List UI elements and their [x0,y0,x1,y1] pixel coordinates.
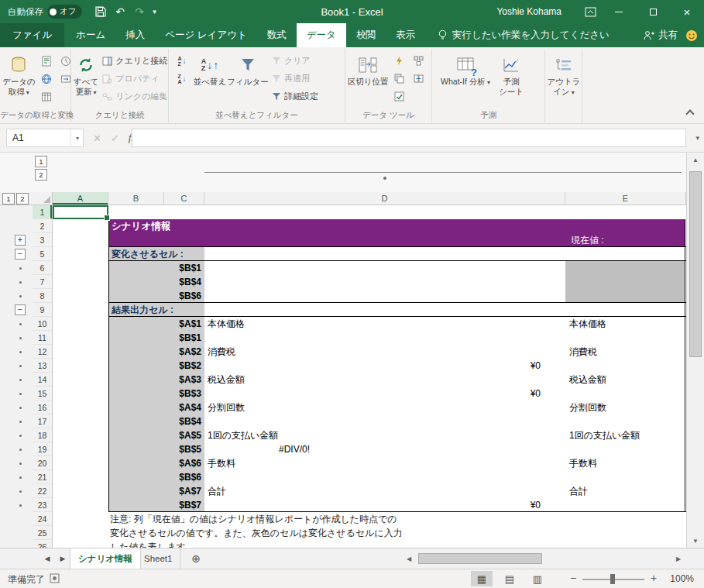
save-button[interactable] [91,0,111,23]
cell-label[interactable]: 消費税 [208,345,235,359]
column-header-B[interactable]: B [108,192,164,205]
data-validation-button[interactable] [390,88,407,105]
cell-ref-B1[interactable]: $B$1 [164,331,201,345]
next-sheet-button[interactable]: ▶ [56,548,70,569]
cell-ref-B7[interactable]: $B$7 [164,498,201,512]
row-outline-level-2-button[interactable]: 2 [16,193,29,205]
column-header-A[interactable]: A [53,192,108,205]
new-sheet-button[interactable]: ⊕ [189,552,203,566]
ribbon-tab-表示[interactable]: 表示 [386,23,425,47]
queries-connections-button[interactable]: クエリと接続 [100,53,170,69]
column-outline-level-2-button[interactable]: 2 [35,169,47,181]
ribbon-tab-ページ レイアウト[interactable]: ページ レイアウト [155,23,257,47]
cell-current-value[interactable]: 分割回数 [569,401,606,414]
row-header-24[interactable]: 24 [33,512,52,526]
cell-ref-B2[interactable]: $B$2 [164,359,201,373]
zoom-level[interactable]: 100% [660,573,694,584]
name-box-caret-icon[interactable]: ▾ [70,129,83,146]
cell-section-header[interactable]: 変化させるセル : [112,247,184,261]
ribbon-tab-データ[interactable]: データ [297,23,346,47]
horizontal-scrollbar[interactable]: ◀ ▶ [403,552,685,565]
row-header-9[interactable]: 9 [33,303,52,317]
outline-collapse-button-row-9[interactable]: − [15,304,26,315]
flash-fill-button[interactable] [390,53,407,69]
ribbon-display-options-button[interactable] [579,0,602,23]
horizontal-scrollbar-thumb[interactable] [418,553,542,564]
cell-ref-A5[interactable]: $A$5 [164,428,201,442]
cell-label[interactable]: 本体価格 [208,317,245,331]
zoom-slider-thumb[interactable] [610,574,615,584]
cell-note[interactable]: 注意: 列「現在値」の値はシナリオ情報レポートが作成した時点での [110,512,397,526]
row-header-11[interactable]: 11 [33,331,52,345]
reapply-button[interactable]: 再適用 [270,70,321,87]
cell-label[interactable]: 分割回数 [208,401,245,414]
row-header-6[interactable]: 6 [33,261,52,275]
cell-section-header[interactable]: 結果出力セル : [112,303,173,317]
account-name[interactable]: Yoshie Kohama [496,6,561,17]
cell-note[interactable]: した値を表します。 [110,540,195,548]
cell-current-value[interactable]: 1回の支払い金額 [569,428,640,442]
minimize-button[interactable] [602,0,636,23]
redo-button[interactable]: ↷ [130,0,149,23]
cell-ref-A4[interactable]: $A$4 [164,401,201,414]
undo-button[interactable]: ↶ [111,0,130,23]
filter-button[interactable]: フィルター [229,50,266,109]
column-header-D[interactable]: D [204,192,565,205]
cell-ref-B4[interactable]: $B$4 [164,414,201,428]
sort-button[interactable]: AZ↓↑ 並べ替え [191,50,229,109]
cell-value[interactable]: ¥0 [204,359,553,373]
cell-value[interactable]: ¥0 [204,387,553,401]
column-outline-dot[interactable] [383,177,386,180]
cell-current-value[interactable]: 手数料 [569,456,597,470]
zoom-out-button[interactable]: − [567,572,579,584]
row-header-21[interactable]: 21 [33,470,52,484]
outline-collapse-button-row-5[interactable]: − [15,249,26,260]
vertical-scrollbar-thumb[interactable] [689,171,702,357]
cell-current-value[interactable]: 合計 [569,484,588,498]
scroll-left-button[interactable]: ◀ [403,552,415,565]
row-header-5[interactable]: 5 [33,247,52,261]
select-all-button[interactable] [33,192,53,205]
edit-links-button[interactable]: リンクの編集 [100,88,170,105]
row-header-15[interactable]: 15 [33,387,52,401]
cell-label[interactable]: 税込金額 [208,373,245,387]
view-normal-button[interactable]: ▦ [471,571,493,586]
cell-error-value[interactable]: #DIV/0! [279,442,310,456]
consolidate-button[interactable] [410,53,427,69]
ribbon-tab-校閲[interactable]: 校閲 [346,23,386,47]
row-header-25[interactable]: 25 [33,526,52,540]
what-if-analysis-button[interactable]: ? What-If 分析▾ [438,50,493,109]
refresh-all-button[interactable]: すべて 更新▾ [74,50,98,109]
row-header-17[interactable]: 17 [33,414,52,428]
row-header-10[interactable]: 10 [33,317,52,331]
row-header-13[interactable]: 13 [33,359,52,373]
forecast-sheet-button[interactable]: 予測 シート [493,50,530,109]
relationships-button[interactable] [410,70,427,87]
outline-button[interactable]: アウトラ イン▾ [548,50,580,109]
zoom-in-button[interactable]: + [647,572,660,584]
ribbon-tab-ホーム[interactable]: ホーム [66,23,115,47]
view-page-layout-button[interactable]: ▤ [499,571,520,586]
autosave-toggle[interactable]: 自動保存 オフ [8,5,82,19]
cell-ref-A6[interactable]: $A$6 [164,456,201,470]
column-header-C[interactable]: C [164,192,204,205]
sort-ascending-button[interactable]: AZ↓ [173,53,191,69]
active-cell-selection[interactable] [53,205,108,219]
close-button[interactable]: × [670,0,704,23]
outline-expand-button-row-3[interactable]: + [15,235,26,246]
row-header-3[interactable]: 3 [33,233,52,247]
maximize-button[interactable] [636,0,670,23]
sheet-tab-sheet1[interactable]: Sheet1 [136,548,180,569]
cell-ref-B4[interactable]: $B$4 [164,275,201,289]
row-outline-level-1-button[interactable]: 1 [2,193,15,205]
sort-descending-button[interactable]: ZA↓ [173,70,191,87]
remove-duplicates-button[interactable] [390,70,407,87]
row-header-26[interactable]: 26 [33,540,52,548]
previous-sheet-button[interactable]: ◀ [40,548,54,569]
cell-value[interactable]: ¥0 [204,498,553,512]
sheet-tab-scenario[interactable]: シナリオ情報 [70,548,141,569]
scroll-down-button[interactable]: ▼ [687,534,704,548]
row-header-22[interactable]: 22 [33,484,52,498]
cell-current-value[interactable]: 本体価格 [569,317,606,331]
ribbon-tab-ファイル[interactable]: ファイル [0,23,64,47]
